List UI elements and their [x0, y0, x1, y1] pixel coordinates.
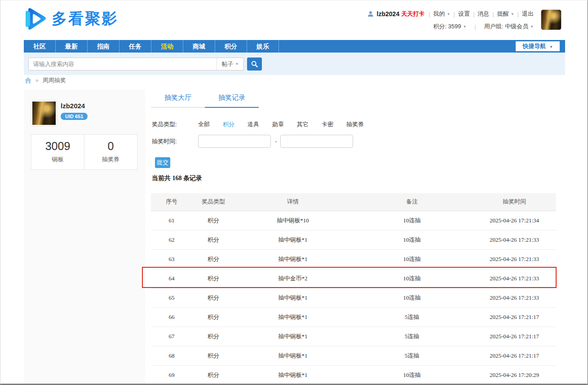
record-count: 当前共 168 条记录: [152, 174, 202, 182]
user-menu-item-5[interactable]: 退出: [522, 10, 534, 18]
table-cell: 2025-04-26 17:21:17: [473, 327, 556, 346]
search-button[interactable]: [247, 58, 262, 71]
table-cell: 67: [151, 327, 192, 346]
table-cell: 积分: [192, 230, 234, 249]
filter-option-2[interactable]: 积分: [223, 120, 234, 128]
filter-option-5[interactable]: 其它: [297, 120, 309, 128]
tab-lottery-hall[interactable]: 抽奖大厅: [151, 93, 205, 108]
user-icon: [367, 11, 374, 17]
time-from-input[interactable]: [198, 135, 271, 148]
table-row: 62积分抽中铜板*110连抽2025-04-26 17:21:33: [151, 230, 556, 249]
chevron-down-icon: ▼: [235, 62, 239, 66]
prize-type-options: 全部积分道具勋章其它卡密抽奖券: [198, 120, 377, 128]
table-cell: 66: [151, 307, 192, 327]
username[interactable]: lzb2024: [377, 10, 400, 18]
profile-sidebar: lzb2024 UID 651 3009铜板0抽奖券: [24, 89, 145, 385]
records-table: 序号奖品类型详情备注抽奖时间 61积分抽中铜板*1010连抽2025-04-26…: [151, 193, 556, 385]
table-header-cell: 序号: [151, 193, 192, 211]
user-line-2: 积分: 3599 ▼ | 用户组: 中级会员 ▼: [367, 22, 534, 31]
table-row: 63积分抽中铜板*110连抽2025-04-26 17:21:33: [151, 249, 556, 269]
table-header-cell: 详情: [234, 193, 351, 211]
nav-item-6[interactable]: 商城: [183, 40, 215, 53]
breadcrumb-separator: »: [35, 77, 39, 84]
filter-option-4[interactable]: 勋章: [272, 120, 284, 128]
stat-value: 3009: [31, 140, 84, 153]
chevron-down-icon: ▼: [463, 25, 467, 29]
user-menu-item-3[interactable]: 消息: [477, 10, 489, 18]
table-cell: 63: [151, 249, 192, 269]
table-cell: 2025-04-26 17:21:33: [473, 230, 556, 249]
sidebar-avatar[interactable]: [31, 100, 57, 126]
table-cell: 64: [151, 269, 192, 288]
table-cell: 10连抽: [351, 211, 473, 230]
menu-separator: |: [492, 11, 494, 18]
search-input[interactable]: [29, 61, 217, 67]
table-cell: 10连抽: [351, 365, 473, 385]
table-cell: 抽中铜板*1: [234, 346, 351, 365]
stat-label: 铜板: [31, 155, 84, 164]
table-cell: 积分: [192, 307, 234, 327]
table-row: 68积分抽中铜板*15连抽2025-04-26 17:21:17: [151, 346, 556, 365]
chevron-down-icon: ▼: [447, 12, 451, 16]
breadcrumb-current[interactable]: 周周抽奖: [43, 76, 66, 84]
table-cell: 抽中铜板*1: [234, 365, 351, 385]
stats-box: 3009铜板0抽奖券: [31, 134, 137, 170]
table-cell: 5连抽: [351, 307, 473, 327]
filter-option-7[interactable]: 抽奖券: [346, 120, 364, 128]
table-cell: 积分: [192, 365, 234, 385]
stat-value: 0: [84, 140, 137, 153]
stat-label: 抽奖券: [84, 155, 137, 164]
main-navbar: 社区最新指南任务活动商城积分娱乐 快捷导航 ▼: [24, 40, 565, 53]
user-menu-item-1[interactable]: 我的: [433, 10, 445, 18]
user-menu-item-2[interactable]: 设置: [458, 10, 470, 18]
table-cell: 积分: [192, 327, 234, 346]
tab-lottery-records[interactable]: 抽奖记录: [205, 93, 259, 108]
filter-option-6[interactable]: 卡密: [322, 120, 333, 128]
table-cell: 抽中铜板*1: [234, 230, 351, 249]
stat-cell-1: 3009铜板: [31, 135, 84, 169]
page: { "header": { "logo_text": "多看聚影", "user…: [0, 0, 588, 385]
quick-nav-button[interactable]: 快捷导航 ▼: [516, 41, 560, 51]
table-row: 65积分抽中铜板*110连抽2025-04-26 17:21:33: [151, 288, 556, 307]
time-filter-row: 抽奖时间: -: [152, 135, 353, 148]
prize-type-filter-row: 奖品类型: 全部积分道具勋章其它卡密抽奖券: [152, 120, 377, 128]
menu-separator: |: [429, 11, 430, 18]
logo-play-icon: [24, 6, 47, 31]
table-cell: 积分: [192, 211, 234, 230]
chevron-down-icon: ▼: [511, 12, 514, 16]
points-dropdown[interactable]: 积分: 3599: [433, 22, 461, 31]
user-avatar[interactable]: [541, 9, 561, 30]
nav-item-4[interactable]: 任务: [119, 40, 151, 53]
table-cell: 积分: [192, 269, 234, 288]
table-cell: 10连抽: [351, 288, 473, 307]
nav-item-3[interactable]: 指南: [88, 40, 119, 53]
menu-separator: |: [473, 11, 474, 18]
nav-item-7[interactable]: 积分: [215, 40, 247, 53]
table-cell: 68: [151, 346, 192, 365]
table-cell: 2025-04-26 17:21:33: [473, 249, 556, 269]
home-icon[interactable]: [25, 77, 31, 84]
nav-item-5[interactable]: 活动: [151, 40, 183, 53]
user-menu-item-4[interactable]: 提醒: [497, 10, 509, 18]
table-cell: 65: [151, 288, 192, 307]
uid-badge: UID 651: [61, 113, 88, 120]
nav-item-1[interactable]: 社区: [24, 40, 56, 53]
time-to-input[interactable]: [280, 135, 353, 148]
nav-item-8[interactable]: 娱乐: [247, 40, 279, 53]
sidebar-username: lzb2024: [61, 102, 85, 110]
usergroup-dropdown[interactable]: 用户组: 中级会员: [484, 22, 528, 31]
separator: |: [474, 23, 476, 30]
nav-item-2[interactable]: 最新: [56, 40, 88, 53]
submit-button[interactable]: 提交: [155, 157, 170, 168]
daily-checkin-link[interactable]: 天天打卡: [401, 10, 424, 18]
table-cell: 62: [151, 230, 192, 249]
table-cell: 69: [151, 365, 192, 385]
main-content: 抽奖大厅 抽奖记录 奖品类型: 全部积分道具勋章其它卡密抽奖券 抽奖时间: - …: [151, 89, 565, 385]
site-logo[interactable]: 多看聚影: [24, 6, 118, 31]
search-type-dropdown[interactable]: 帖子 ▼: [217, 58, 243, 70]
table-cell: 61: [151, 211, 192, 230]
filter-option-1[interactable]: 全部: [198, 120, 210, 128]
filter-option-3[interactable]: 道具: [248, 120, 259, 128]
table-row: 61积分抽中铜板*1010连抽2025-04-26 17:21:34: [151, 211, 556, 230]
table-cell: 2025-04-26 17:21:33: [473, 288, 556, 307]
